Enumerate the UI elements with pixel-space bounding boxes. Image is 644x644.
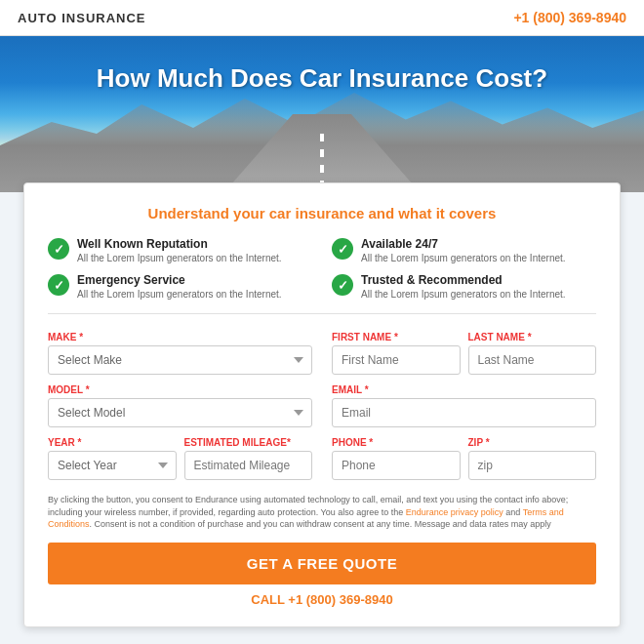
zip-field-group: ZIP * [468,437,597,480]
road-line-graphic [320,134,324,182]
feature-desc-2: All the Lorem Ipsum generators on the In… [77,289,282,300]
email-label: EMAIL * [332,384,596,395]
feature-title-2: Emergency Service [77,273,282,287]
last-name-field-group: LAST NAME * [468,332,597,375]
first-name-input[interactable] [332,345,461,375]
cta-call-prefix: CALL [251,592,288,607]
year-select[interactable]: Select Year [48,451,177,480]
card-subtitle: Understand your car insurance and what i… [48,205,596,221]
disclaimer-text: By clicking the button, you consent to E… [48,494,596,531]
cta-call-number[interactable]: +1 (800) 369-8940 [288,592,392,607]
phone-input[interactable] [332,451,461,480]
phone-field-group: PHONE * [332,437,461,480]
year-label: YEAR * [48,437,177,448]
check-icon-3 [332,274,353,296]
make-field-group: MAKE * Select Make Toyota Honda Ford [48,332,312,375]
cta-button[interactable]: GET A FREE QUOTE [48,543,596,584]
feature-title-1: Available 24/7 [361,237,566,251]
last-name-label: LAST NAME * [468,332,597,342]
email-field-group: EMAIL * [332,384,596,427]
header-phone[interactable]: +1 (800) 369-8940 [513,10,626,25]
first-name-label: FIRST NAME * [332,332,461,342]
model-label: MODEL * [48,384,312,395]
model-field-group: MODEL * Select Model [48,384,312,427]
feature-item-1: Available 24/7 All the Lorem Ipsum gener… [332,237,596,263]
year-mileage-row: YEAR * Select Year ESTIMATED MILEAGE* [48,437,312,480]
model-select[interactable]: Select Model [48,398,312,427]
feature-item-2: Emergency Service All the Lorem Ipsum ge… [48,273,312,300]
hero-title: How Much Does Car Insurance Cost? [20,63,624,94]
zip-input[interactable] [468,451,597,480]
cta-call: CALL +1 (800) 369-8940 [48,592,596,607]
subtitle-plain: Understand your [148,205,269,221]
subtitle-highlight: car insurance [269,205,365,221]
phone-label: PHONE * [332,437,461,448]
feature-item-3: Trusted & Recommended All the Lorem Ipsu… [332,273,596,300]
feature-item-0: Well Known Reputation All the Lorem Ipsu… [48,237,312,263]
subtitle-end: and what it covers [364,205,496,221]
make-select[interactable]: Select Make Toyota Honda Ford [48,345,312,375]
first-name-field-group: FIRST NAME * [332,332,461,375]
check-icon-1 [332,238,353,260]
header: AUTO INSURANCE +1 (800) 369-8940 [0,0,644,36]
site-logo: AUTO INSURANCE [18,11,146,25]
features-grid: Well Known Reputation All the Lorem Ipsu… [48,237,596,314]
mileage-label: ESTIMATED MILEAGE* [184,437,313,448]
last-name-input[interactable] [468,345,597,375]
check-icon-0 [48,238,69,260]
name-row: FIRST NAME * LAST NAME * [332,332,596,375]
hero-section: How Much Does Car Insurance Cost? [0,36,644,192]
email-input[interactable] [332,398,596,427]
feature-title-3: Trusted & Recommended [361,273,566,287]
feature-desc-1: All the Lorem Ipsum generators on the In… [361,253,566,263]
form-card: Understand your car insurance and what i… [23,182,621,627]
zip-label: ZIP * [468,437,597,448]
form-section: MAKE * Select Make Toyota Honda Ford MOD… [48,332,596,480]
year-field-group: YEAR * Select Year [48,437,177,480]
check-icon-2 [48,274,69,296]
privacy-policy-link[interactable]: Endurance privacy policy [406,507,503,517]
mileage-input[interactable] [184,451,313,480]
make-label: MAKE * [48,332,312,342]
form-right: FIRST NAME * LAST NAME * EMAIL * [332,332,596,480]
feature-desc-0: All the Lorem Ipsum generators on the In… [77,253,282,263]
form-left: MAKE * Select Make Toyota Honda Ford MOD… [48,332,312,480]
phone-zip-row: PHONE * ZIP * [332,437,596,480]
feature-desc-3: All the Lorem Ipsum generators on the In… [361,289,566,300]
feature-title-0: Well Known Reputation [77,237,282,251]
mileage-field-group: ESTIMATED MILEAGE* [184,437,313,480]
